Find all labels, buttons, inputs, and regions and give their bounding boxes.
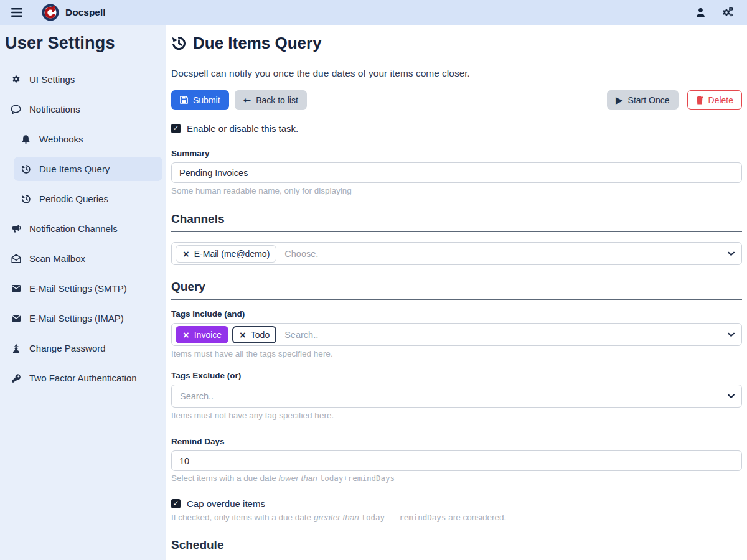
key-icon [10,373,22,383]
submit-label: Submit [193,95,220,105]
channels-placeholder: Choose. [284,249,318,259]
play-icon: ▶ [616,95,623,106]
tag-chip-todo[interactable]: × Todo [232,326,276,343]
page-description: Docspell can notify you once the due dat… [171,68,742,79]
tags-include-placeholder: Search.. [284,330,318,340]
sidebar-item-label: Two Factor Authentication [29,373,137,383]
remove-icon[interactable]: × [239,330,247,340]
delete-button[interactable]: Delete [687,90,742,110]
remind-days-help: Select items with a due date lower than … [171,474,742,483]
sidebar-item-label: E-Mail Settings (SMTP) [29,283,127,294]
app-logo[interactable]: Docspell [42,4,106,21]
mail-open-icon [10,254,22,263]
sidebar-item-webhooks[interactable]: Webhooks [14,127,162,151]
sidebar-item-label: Due Items Query [39,164,110,174]
channels-select[interactable]: × E-Mail (me@demo) Choose. [171,242,742,265]
sidebar-item-label: Notifications [29,104,80,114]
cap-help-suffix: are considered. [448,513,506,522]
comment-icon [10,105,22,114]
tag-chip-invoice[interactable]: × Invoice [176,326,228,343]
cap-overdue-checkbox[interactable]: ✓ [171,499,181,508]
sidebar-item-label: Change Password [29,343,106,353]
cap-help-emphasis: greater than [314,513,359,522]
bell-icon [20,134,32,144]
due-items-query-page: Due Items Query Docspell can notify you … [166,25,747,560]
navbar-actions [696,7,739,17]
gear-icon [10,75,22,85]
back-to-list-button[interactable]: ← Back to list [235,90,307,110]
enable-task-label: Enable or disable this task. [187,123,298,134]
tags-exclude-help: Items must not have any tag specified he… [171,411,742,420]
chevron-down-icon [728,332,735,337]
sidebar-title: User Settings [5,34,164,53]
summary-help: Some human readable name, only for displ… [171,186,742,195]
summary-label: Summary [171,149,742,158]
start-once-button[interactable]: ▶ Start Once [607,90,678,110]
sidebar-item-label: Scan Mailbox [29,253,85,264]
submit-button[interactable]: Submit [171,90,229,110]
query-heading: Query [171,280,742,300]
user-settings-sidebar: User Settings UI Settings Notifications … [0,25,166,560]
sidebar-item-notifications[interactable]: Notifications [4,97,162,121]
brand-name: Docspell [65,7,106,18]
sidebar-item-notification-channels[interactable]: Notification Channels [4,217,162,241]
sidebar-item-due-items-query[interactable]: Due Items Query [14,157,162,181]
sidebar-item-label: Periodic Queries [39,194,108,204]
envelope-icon [10,284,22,292]
remind-help-prefix: Select items with a due date [171,474,279,483]
start-once-label: Start Once [628,95,670,105]
remove-icon[interactable]: × [182,330,190,340]
channel-chip[interactable]: × E-Mail (me@demo) [176,245,276,263]
sidebar-item-label: E-Mail Settings (IMAP) [29,313,124,324]
history-icon [20,164,32,174]
tags-exclude-placeholder: Search.. [180,391,214,401]
envelope-icon [10,314,22,322]
sidebar-item-two-factor[interactable]: Two Factor Authentication [4,366,162,390]
chevron-down-icon [728,251,735,256]
tags-include-label: Tags Include (and) [171,309,742,319]
user-icon[interactable] [696,7,705,17]
bullhorn-icon [10,224,22,233]
cap-overdue-help: If checked, only items with a due date g… [171,513,742,522]
schedule-heading: Schedule [171,538,742,558]
page-title: Due Items Query [171,34,742,53]
cap-overdue-row: ✓ Cap overdue items [171,498,742,509]
sidebar-item-change-password[interactable]: Change Password [4,336,162,360]
top-navbar: Docspell [0,0,747,25]
cap-help-code1: today [361,513,385,522]
enable-task-checkbox[interactable]: ✓ [171,124,181,133]
tags-exclude-select[interactable]: Search.. [171,385,742,408]
sidebar-item-email-smtp[interactable]: E-Mail Settings (SMTP) [4,276,162,301]
user-secret-icon [10,343,22,353]
tags-include-select[interactable]: × Invoice × Todo Search.. [171,323,742,346]
tags-include-help: Items must have all the tags specified h… [171,349,742,358]
summary-input[interactable] [171,162,742,183]
remove-icon[interactable]: × [182,249,190,259]
channels-heading: Channels [171,212,742,232]
tags-exclude-label: Tags Exclude (or) [171,371,742,380]
remind-help-emphasis: lower than [279,474,317,483]
sidebar-item-ui-settings[interactable]: UI Settings [4,67,162,91]
cogs-icon[interactable] [722,7,734,17]
cap-help-code2: remindDays [399,513,446,522]
cap-overdue-label: Cap overdue items [187,498,265,509]
chevron-down-icon [728,394,735,398]
cap-help-sep: - [390,513,395,522]
trash-icon [696,96,703,105]
enable-task-row: ✓ Enable or disable this task. [171,123,742,134]
remind-days-label: Remind Days [171,437,742,446]
menu-icon[interactable] [8,4,26,21]
delete-label: Delete [708,95,733,105]
sidebar-item-scan-mailbox[interactable]: Scan Mailbox [4,246,162,271]
save-icon [180,96,188,104]
tag-chip-label: Invoice [194,330,222,340]
history-icon [20,194,32,204]
sidebar-item-label: Notification Channels [29,223,118,234]
arrow-left-icon: ← [243,95,251,106]
sidebar-item-periodic-queries[interactable]: Periodic Queries [14,187,162,211]
sidebar-item-label: Webhooks [39,134,83,144]
toolbar: Submit ← Back to list ▶ Start Once Delet… [171,90,742,110]
history-icon [171,35,187,51]
sidebar-item-email-imap[interactable]: E-Mail Settings (IMAP) [4,306,162,330]
remind-days-input[interactable] [171,450,742,471]
